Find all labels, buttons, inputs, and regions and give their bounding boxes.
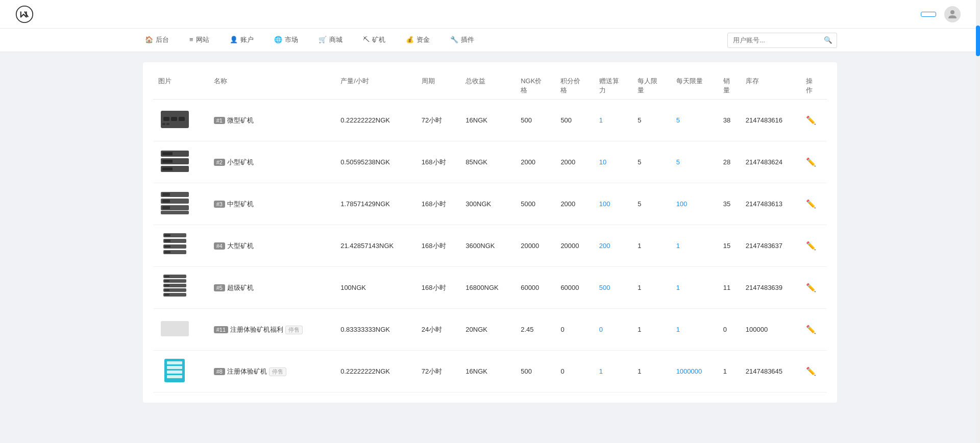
table-header: 图片 名称 产量/小时 周期 总收益 NGK价格 积分价格 赠送算力 每人限量 … <box>153 72 827 100</box>
cell-sales: 35 <box>718 183 741 225</box>
svg-rect-15 <box>162 193 170 196</box>
svg-rect-37 <box>164 289 169 291</box>
cell-period: 168小时 <box>416 141 461 183</box>
cell-period: 24小时 <box>416 309 461 351</box>
nav-item-market[interactable]: 🌐 市场 <box>272 29 300 52</box>
scrollbar-track[interactable] <box>976 0 980 413</box>
cell-name: #1微型矿机 <box>209 100 335 141</box>
svg-rect-6 <box>162 123 165 125</box>
edit-button[interactable]: ✏️ <box>806 241 816 250</box>
svg-rect-22 <box>164 234 170 236</box>
cell-ngk-price: 2.45 <box>516 309 555 351</box>
nav-label-dashboard: 后台 <box>156 35 169 44</box>
cell-name: #3中型矿机 <box>209 183 335 225</box>
edit-button[interactable]: ✏️ <box>806 283 816 292</box>
svg-rect-19 <box>162 206 170 209</box>
cell-per-limit: 1 <box>632 309 671 351</box>
cell-name: #2小型矿机 <box>209 141 335 183</box>
cell-bonus-hashrate: 1 <box>594 351 632 392</box>
cell-action[interactable]: ✏️ <box>801 309 827 351</box>
cell-action[interactable]: ✏️ <box>801 351 827 392</box>
col-daily-limit: 每天限量 <box>671 72 718 100</box>
cell-daily-limit: 1 <box>671 267 718 309</box>
table-body: #1微型矿机0.22222222NGK72小时16NGK500500155382… <box>153 100 827 392</box>
nav-item-finance[interactable]: 💰 资金 <box>404 29 432 52</box>
cell-daily-limit: 5 <box>671 141 718 183</box>
cell-period: 72小时 <box>416 351 461 392</box>
cell-total-earn: 16NGK <box>460 100 516 141</box>
cell-ngk-price: 500 <box>516 351 555 392</box>
cell-sales: 38 <box>718 100 741 141</box>
edit-button[interactable]: ✏️ <box>806 158 816 166</box>
cell-name: #11注册体验矿机福利停售 <box>209 309 335 351</box>
cell-action[interactable]: ✏️ <box>801 183 827 225</box>
search-button[interactable]: 🔍 <box>820 36 837 44</box>
cell-image <box>153 183 209 225</box>
return-button[interactable] <box>921 12 936 17</box>
miners-table: 图片 名称 产量/小时 周期 总收益 NGK价格 积分价格 赠送算力 每人限量 … <box>153 72 827 392</box>
cell-stock: 100000 <box>741 309 801 351</box>
cell-daily-limit: 1000000 <box>671 351 718 392</box>
account-icon: 👤 <box>230 36 238 43</box>
nav-item-shop[interactable]: 🛒 商城 <box>316 29 345 52</box>
id-badge: #1 <box>214 117 225 124</box>
table-row: #3中型矿机1.78571429NGK168小时300NGK5000200010… <box>153 183 827 225</box>
edit-button[interactable]: ✏️ <box>806 367 816 376</box>
cell-action[interactable]: ✏️ <box>801 100 827 141</box>
nav-item-plugin[interactable]: 🔧 插件 <box>448 29 476 52</box>
nav-item-dashboard[interactable]: 🏠 后台 <box>143 29 171 52</box>
cell-action[interactable]: ✏️ <box>801 225 827 267</box>
table-row: #2小型矿机0.50595238NGK168小时85NGK20002000105… <box>153 141 827 183</box>
cell-total-earn: 16NGK <box>460 351 516 392</box>
edit-button[interactable]: ✏️ <box>806 200 816 208</box>
edit-button[interactable]: ✏️ <box>806 325 816 334</box>
svg-rect-28 <box>164 251 170 253</box>
nav-label-website: 网站 <box>196 35 209 44</box>
cell-points-price: 60000 <box>555 267 594 309</box>
svg-rect-24 <box>164 240 170 242</box>
svg-rect-39 <box>161 321 189 336</box>
nav-item-account[interactable]: 👤 账户 <box>228 29 256 52</box>
cell-ngk-price: 500 <box>516 100 555 141</box>
avatar <box>944 6 961 22</box>
cell-name: #8注册体验矿机停售 <box>209 351 335 392</box>
cell-action[interactable]: ✏️ <box>801 141 827 183</box>
nav-item-website[interactable]: ≡ 网站 <box>187 29 211 52</box>
col-image: 图片 <box>153 72 209 100</box>
cell-sales: 11 <box>718 267 741 309</box>
svg-rect-4 <box>171 117 177 121</box>
table-row: #1微型矿机0.22222222NGK72小时16NGK500500155382… <box>153 100 827 141</box>
cell-image <box>153 225 209 267</box>
search-box[interactable]: 🔍 <box>727 33 837 48</box>
cell-stock: 2147483637 <box>741 225 801 267</box>
id-badge: #3 <box>214 201 225 208</box>
nav-item-miner[interactable]: ⛏ 矿机 <box>361 29 387 52</box>
cell-production: 0.22222222NGK <box>335 351 416 392</box>
shop-icon: 🛒 <box>318 36 327 43</box>
home-icon: 🏠 <box>145 36 153 43</box>
cell-production: 0.83333333NGK <box>335 309 416 351</box>
svg-rect-36 <box>164 285 169 286</box>
cell-action[interactable]: ✏️ <box>801 267 827 309</box>
svg-rect-42 <box>167 366 182 369</box>
nav-label-finance: 资金 <box>416 35 430 44</box>
cell-image <box>153 267 209 309</box>
scrollbar-thumb[interactable] <box>976 26 980 56</box>
cell-ngk-price: 5000 <box>516 183 555 225</box>
col-points-price: 积分价格 <box>555 72 594 100</box>
website-icon: ≡ <box>189 36 193 43</box>
cell-period: 168小时 <box>416 225 461 267</box>
table-row: #4大型矿机21.42857143NGK168小时3600NGK20000200… <box>153 225 827 267</box>
cell-bonus-hashrate: 10 <box>594 141 632 183</box>
edit-button[interactable]: ✏️ <box>806 116 816 125</box>
cell-production: 100NGK <box>335 267 416 309</box>
id-badge: #2 <box>214 159 225 166</box>
stopped-tag: 停售 <box>285 326 303 334</box>
col-name: 名称 <box>209 72 335 100</box>
table-container: 图片 名称 产量/小时 周期 总收益 NGK价格 积分价格 赠送算力 每人限量 … <box>143 62 837 403</box>
cell-total-earn: 20NGK <box>460 309 516 351</box>
id-badge: #8 <box>214 368 225 375</box>
search-input[interactable] <box>728 36 820 44</box>
cell-points-price: 20000 <box>555 225 594 267</box>
svg-point-0 <box>16 6 33 22</box>
